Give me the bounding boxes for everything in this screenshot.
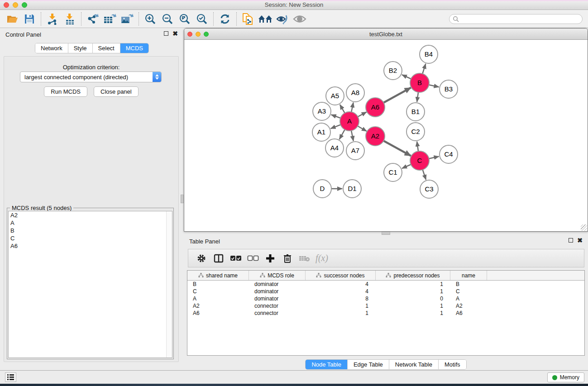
graph-node-A3[interactable]: A3 [313, 102, 331, 120]
table-cell[interactable]: 1 [306, 302, 376, 310]
refresh-button[interactable] [216, 11, 234, 27]
table-cell[interactable]: A2 [450, 302, 487, 310]
table-cell[interactable]: C [187, 288, 249, 295]
table-cell[interactable]: dominator [249, 295, 306, 302]
home-button[interactable] [257, 11, 274, 27]
network-window-titlebar[interactable]: testGlobe.txt [184, 29, 588, 40]
table-row[interactable]: Adominator80A [187, 295, 584, 302]
column-header[interactable]: name [450, 271, 487, 280]
graph-node-D1[interactable]: D1 [343, 180, 361, 198]
table-cell[interactable]: dominator [249, 288, 306, 295]
table-cell[interactable]: 0 [376, 295, 450, 302]
mcds-result-item[interactable]: B [9, 227, 172, 234]
task-history-button[interactable] [5, 372, 16, 382]
table-cell[interactable]: 4 [306, 281, 376, 288]
search-field[interactable] [449, 14, 583, 24]
import-table-button[interactable] [61, 11, 78, 27]
hide-graphics-details-button[interactable] [274, 11, 291, 27]
graph-node-C4[interactable]: C4 [440, 145, 458, 163]
save-session-button[interactable] [21, 11, 38, 27]
open-session-button[interactable] [4, 11, 21, 27]
graph-node-B3[interactable]: B3 [440, 80, 458, 98]
graph-node-A5[interactable]: A5 [326, 87, 344, 105]
graph-node-C3[interactable]: C3 [420, 180, 438, 198]
tab-motifs[interactable]: Motifs [439, 360, 466, 369]
delete-columns-button[interactable] [280, 251, 295, 266]
run-mcds-button[interactable]: Run MCDS [44, 86, 87, 97]
column-header[interactable]: MCDS role [249, 271, 306, 280]
clone-network-button[interactable] [239, 11, 257, 27]
mcds-result-list[interactable]: A2ABCA6 [8, 211, 172, 358]
table-cell[interactable]: A [187, 295, 249, 302]
column-header[interactable]: successor nodes [306, 271, 376, 280]
table-cell[interactable]: connector [249, 302, 306, 310]
scrollbar-track[interactable] [166, 211, 172, 357]
select-all-columns-button[interactable] [228, 251, 244, 266]
search-input[interactable] [459, 15, 582, 23]
graph-node-B4[interactable]: B4 [420, 45, 438, 63]
table-cell[interactable]: connector [249, 310, 306, 317]
tab-mcds[interactable]: MCDS [120, 43, 148, 53]
table-cell[interactable]: A6 [450, 310, 487, 317]
add-column-button[interactable] [263, 251, 278, 266]
split-panel-button[interactable] [211, 251, 226, 266]
network-graph[interactable]: B4B2BB3A8A5A6A3B1AA1C2A2A4A7C4CC1C3DD1 [184, 40, 588, 231]
table-cell[interactable]: A2 [187, 302, 249, 310]
tab-node-table[interactable]: Node Table [306, 360, 348, 369]
float-table-panel-icon[interactable] [569, 238, 573, 243]
tab-network-table[interactable]: Network Table [389, 360, 439, 369]
zoom-in-button[interactable] [142, 11, 159, 27]
network-canvas[interactable]: B4B2BB3A8A5A6A3B1AA1C2A2A4A7C4CC1C3DD1 [184, 40, 588, 231]
graph-node-A8[interactable]: A8 [346, 84, 364, 102]
table-cell[interactable]: C [450, 288, 487, 295]
graph-node-A2[interactable]: A2 [366, 127, 385, 146]
optimization-criterion-select[interactable]: largest connected component (directed) [20, 71, 162, 82]
table-cell[interactable]: 1 [376, 310, 450, 317]
table-cell[interactable]: 8 [306, 295, 376, 302]
graph-node-A6[interactable]: A6 [366, 98, 385, 117]
graph-node-A[interactable]: A [340, 112, 359, 131]
unselect-all-columns-button[interactable] [245, 251, 261, 266]
close-panel-button[interactable]: Close panel [94, 86, 139, 97]
table-row[interactable]: Cdominator41C [187, 288, 584, 295]
tab-network[interactable]: Network [35, 43, 68, 53]
graph-node-A7[interactable]: A7 [346, 142, 364, 160]
column-header[interactable]: predecessor nodes [376, 271, 450, 280]
graph-node-B2[interactable]: B2 [384, 62, 402, 80]
table-row[interactable]: A2connector11A2 [187, 302, 584, 310]
table-cell[interactable]: 4 [306, 288, 376, 295]
float-panel-icon[interactable] [164, 31, 168, 36]
table-settings-button[interactable] [194, 251, 209, 266]
table-cell[interactable]: 1 [376, 302, 450, 310]
tab-select[interactable]: Select [93, 43, 120, 53]
graph-node-B[interactable]: B [410, 73, 429, 92]
table-row[interactable]: Bdominator41B [187, 281, 584, 288]
export-image-button[interactable] [119, 11, 136, 27]
tab-style[interactable]: Style [68, 43, 93, 53]
table-cell[interactable]: dominator [249, 281, 306, 288]
zoom-fit-button[interactable] [176, 11, 193, 27]
memory-button[interactable]: Memory [547, 372, 584, 382]
graph-node-D[interactable]: D [313, 180, 331, 198]
mcds-result-item[interactable]: A2 [9, 211, 172, 219]
table-cell[interactable]: 1 [376, 288, 450, 295]
table-cell[interactable]: B [187, 281, 249, 288]
close-table-panel-icon[interactable]: ✖ [577, 238, 583, 243]
table-cell[interactable]: A [450, 295, 487, 302]
graph-node-C[interactable]: C [410, 151, 429, 170]
table-cell[interactable]: B [450, 281, 487, 288]
table-cell[interactable]: 1 [376, 281, 450, 288]
panel-splitter-handle[interactable] [382, 232, 390, 235]
column-header[interactable]: shared name [187, 271, 249, 280]
panel-splitter-handle[interactable] [181, 195, 184, 203]
graph-node-A1[interactable]: A1 [312, 123, 330, 141]
table-cell[interactable]: 1 [306, 310, 376, 317]
close-panel-icon[interactable]: ✖ [172, 31, 178, 36]
window-resize-grip[interactable] [581, 224, 587, 231]
zoom-selected-button[interactable] [193, 11, 210, 27]
zoom-out-button[interactable] [159, 11, 176, 27]
graph-node-C1[interactable]: C1 [384, 163, 402, 181]
mcds-result-item[interactable]: A [9, 219, 172, 227]
export-table-button[interactable] [101, 11, 119, 27]
table-cell[interactable]: A6 [187, 310, 249, 317]
